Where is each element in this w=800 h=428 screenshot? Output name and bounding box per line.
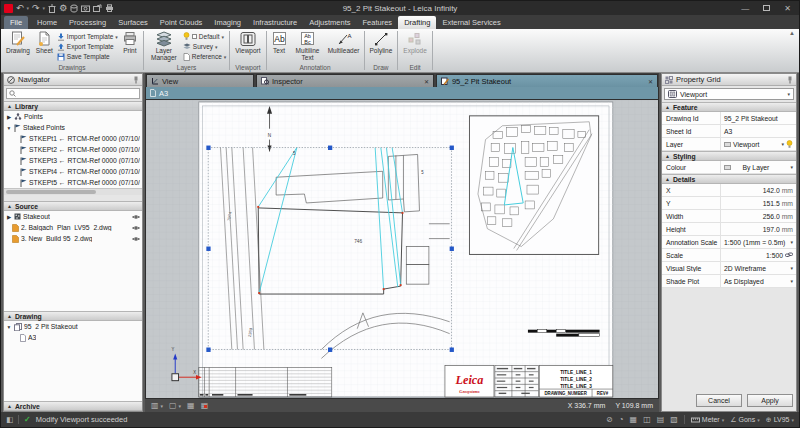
save-template-button[interactable]: Save Template <box>57 52 118 61</box>
tree-item-dwg-balgach[interactable]: 2. Balgach_Plan_LV95_2.dwg <box>4 222 142 233</box>
grid-toggle-icon[interactable]: ▦ <box>187 401 195 410</box>
feature-section-header[interactable]: ▲ Feature <box>662 102 796 112</box>
tree-item-stkept5[interactable]: STKEPt5 ← RTCM-Ref 0000 (07/10/ <box>4 177 142 188</box>
multiline-text-button[interactable]: AbBc Multiline Text <box>291 30 325 62</box>
lightbulb-icon[interactable] <box>786 140 793 149</box>
navigator-search[interactable] <box>6 88 140 99</box>
close-tab-icon[interactable]: ✕ <box>424 78 429 85</box>
tab-adjustments[interactable]: Adjustments <box>303 16 356 29</box>
tree-item-stkept3[interactable]: STKEPt3 ← RTCM-Ref 0000 (07/10/ <box>4 155 142 166</box>
panel-toggle-icon[interactable]: ◧ <box>6 415 13 424</box>
reference-layer-button[interactable]: Reference▾ <box>183 52 227 61</box>
tree-item-stakeout[interactable]: ▶ Stakeout <box>4 211 142 222</box>
tab-infrastructure[interactable]: Infrastructure <box>247 16 303 29</box>
export-icon[interactable] <box>93 4 102 12</box>
search-input[interactable] <box>18 90 137 97</box>
tree-item-stkept4[interactable]: STKEPt4 ← RTCM-Ref 0000 (07/10/ <box>4 166 142 177</box>
undo-icon[interactable]: ↶ <box>16 1 24 15</box>
tab-surfaces[interactable]: Surfaces <box>112 16 154 29</box>
doc-tab-view[interactable]: View <box>146 74 254 87</box>
scrollbar-thumb[interactable] <box>6 190 96 194</box>
text-button[interactable]: Ab Text <box>270 30 289 55</box>
drawing-section-header[interactable]: ▲ Drawing <box>4 311 142 321</box>
redo-dropdown-icon[interactable]: ▾ <box>43 1 46 15</box>
viewport-button[interactable]: Viewport <box>233 30 262 55</box>
cancel-button[interactable]: Cancel <box>696 394 742 407</box>
polyline-button[interactable]: Polyline <box>368 30 395 55</box>
tree-item-sheet-a3[interactable]: A3 <box>4 332 142 343</box>
eye-icon[interactable] <box>132 214 140 220</box>
tree-item-stkept1[interactable]: STKEPt1 ← RTCM-Ref 0000 (07/10/ <box>4 133 142 144</box>
selected-object-dropdown[interactable]: Viewport ▾ <box>664 88 794 100</box>
layer-dropdown-icon[interactable]: ▾ <box>221 34 224 40</box>
layer-manager-button[interactable]: Layer Manager <box>147 30 181 62</box>
close-tab-icon[interactable]: ✕ <box>648 78 653 85</box>
maximize-button[interactable] <box>763 5 770 11</box>
horizontal-scrollbar[interactable] <box>4 188 142 195</box>
import-template-button[interactable]: Import Template▾ <box>57 32 118 41</box>
tab-features[interactable]: Features <box>357 16 399 29</box>
expander-icon[interactable]: ▾ <box>6 125 12 131</box>
print-quick-icon[interactable] <box>105 4 114 12</box>
import-template-dropdown-icon[interactable]: ▾ <box>115 34 118 40</box>
multileader-button[interactable]: A Multileader <box>327 30 361 55</box>
snap-grid-icon[interactable]: ▦ <box>201 401 209 410</box>
chevron-down-icon[interactable]: ▾ <box>781 141 784 147</box>
tree-item-stkept2[interactable]: STKEPt2 ← RTCM-Ref 0000 (07/10/ <box>4 144 142 155</box>
drawing-button[interactable]: Drawing <box>4 30 32 55</box>
tab-imaging[interactable]: Imaging <box>208 16 247 29</box>
no-snap-icon[interactable]: ⊘ <box>606 415 613 424</box>
doc-tab-inspector[interactable]: Inspector ✕ <box>256 74 434 87</box>
survey-layer-button[interactable]: Survey▾ <box>183 42 227 51</box>
layer-checkbox[interactable] <box>192 34 197 39</box>
settings-gear-icon[interactable]: ⚙ <box>59 1 67 15</box>
sheet-header-a3[interactable]: A3 <box>145 87 659 100</box>
minimize-button[interactable]: — <box>741 4 749 13</box>
tab-home[interactable]: Home <box>31 16 63 29</box>
archive-section-header[interactable]: ▲ Archive <box>4 401 142 411</box>
export-template-button[interactable]: Export Template <box>57 42 118 51</box>
grid-status-icon[interactable]: ▦ <box>630 415 638 424</box>
crs-selector[interactable]: ⊕ LV95▾ <box>766 416 794 424</box>
folder-status-icon[interactable]: ▧ <box>670 415 678 424</box>
eye-icon[interactable] <box>132 236 140 242</box>
pin-icon[interactable] <box>787 76 793 84</box>
ribbon-collapse-icon[interactable]: ▲ <box>789 30 795 36</box>
chevron-down-icon[interactable]: ▾ <box>790 164 793 170</box>
eye-icon[interactable] <box>132 225 140 231</box>
reference-dropdown-icon[interactable]: ▾ <box>224 54 227 60</box>
apply-button[interactable]: Apply <box>747 394 793 407</box>
tree-item-staked-points[interactable]: ▾ Staked Points <box>4 122 142 133</box>
tab-point-clouds[interactable]: Point Clouds <box>154 16 209 29</box>
chevron-down-icon[interactable]: ▾ <box>790 239 793 245</box>
visual-style-icon[interactable]: ▥ <box>151 401 159 410</box>
active-layer-selector[interactable]: Default▾ <box>183 32 227 41</box>
scale-link-icon[interactable] <box>785 251 793 259</box>
dropdown-icon[interactable]: ▾ <box>179 403 182 409</box>
expander-icon[interactable]: ▾ <box>6 324 12 330</box>
delete-icon[interactable] <box>48 4 56 13</box>
tree-item-dwg-newbuild[interactable]: 3. New_Build 95_2.dwg <box>4 233 142 244</box>
chevron-down-icon[interactable]: ▾ <box>787 91 790 97</box>
archive-database-icon[interactable] <box>70 4 78 13</box>
styling-section-header[interactable]: ▲ Styling <box>662 151 796 161</box>
close-button[interactable]: ✕ <box>784 4 791 13</box>
sheet-button[interactable]: Sheet <box>34 30 55 55</box>
library-section-header[interactable]: ▲ Library <box>4 101 142 111</box>
tree-item-points[interactable]: ▶ Points <box>4 111 142 122</box>
pin-icon[interactable] <box>133 76 139 84</box>
drawing-canvas[interactable]: N 7974 2360 <box>145 100 659 399</box>
tab-drafting[interactable]: Drafting <box>398 16 436 29</box>
survey-dropdown-icon[interactable]: ▾ <box>215 44 218 50</box>
chevron-down-icon[interactable]: ▾ <box>790 278 793 284</box>
canvas-svg[interactable]: N 7974 2360 <box>146 100 658 398</box>
undo-dropdown-icon[interactable]: ▾ <box>27 1 30 15</box>
details-section-header[interactable]: ▲ Details <box>662 174 796 184</box>
expander-icon[interactable]: ▶ <box>6 114 12 120</box>
print-button[interactable]: Print <box>120 30 140 55</box>
view-mode-icon[interactable]: ▢ <box>169 401 177 410</box>
tab-external-services[interactable]: External Services <box>436 16 506 29</box>
tree-item-drawing-root[interactable]: ▾ 95_2 Pit Stakeout <box>4 321 142 332</box>
camera-icon[interactable] <box>81 4 90 12</box>
explode-button[interactable]: Explode <box>401 30 429 55</box>
